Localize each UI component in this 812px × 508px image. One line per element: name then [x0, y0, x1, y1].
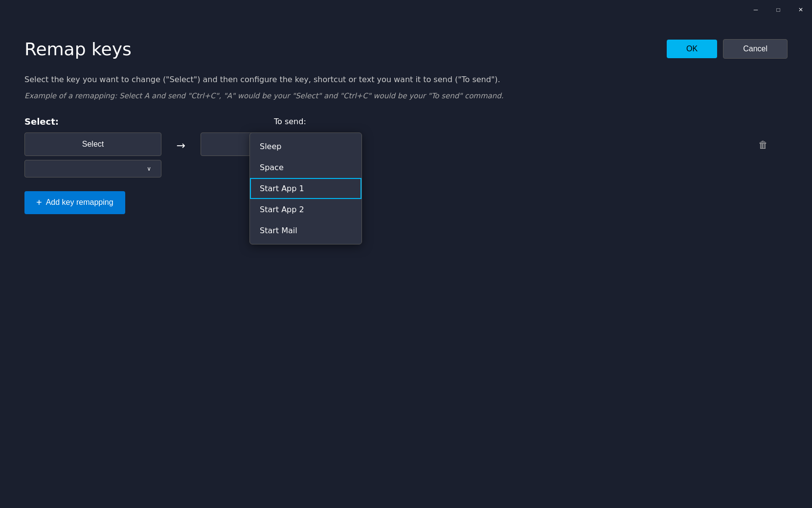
dropdown-menu: Sleep Space Start App 1 Start App 2 Star… [249, 133, 362, 244]
header-buttons: OK Cancel [667, 39, 788, 59]
maximize-button[interactable]: □ [767, 0, 789, 20]
dropdown-item-sleep[interactable]: Sleep [250, 136, 361, 157]
main-content: Remap keys OK Cancel Select the key you … [0, 20, 812, 508]
chevron-down-icon: ∨ [147, 165, 151, 172]
ok-button[interactable]: OK [667, 40, 717, 58]
dropdown-item-label: Sleep [260, 142, 281, 151]
select-key-button[interactable]: Select [24, 133, 161, 156]
select-group: Select ∨ [24, 133, 161, 177]
close-icon: ✕ [798, 6, 803, 13]
column-headers: Select: To send: [24, 116, 788, 127]
close-button[interactable]: ✕ [789, 0, 812, 20]
dropdown-item-label: Start Mail [260, 226, 297, 235]
add-key-remapping-button[interactable]: + Add key remapping [24, 191, 125, 214]
delete-remap-button[interactable]: 🗑 [758, 139, 768, 151]
cancel-button[interactable]: Cancel [723, 39, 788, 59]
minimize-icon: ─ [754, 6, 758, 13]
select-sub-dropdown[interactable]: ∨ [24, 160, 161, 177]
dropdown-item-start-app-2[interactable]: Start App 2 [250, 199, 361, 220]
description-text: Select the key you want to change ("Sele… [24, 74, 788, 86]
minimize-button[interactable]: ─ [744, 0, 767, 20]
add-remap-label: Add key remapping [46, 198, 113, 207]
titlebar: ─ □ ✕ [744, 0, 812, 20]
select-column-header: Select: [24, 116, 235, 127]
maximize-icon: □ [776, 6, 780, 13]
dropdown-item-label: Start App 2 [260, 205, 304, 214]
dropdown-item-start-mail[interactable]: Start Mail [250, 220, 361, 241]
dropdown-item-label: Space [260, 163, 284, 172]
dropdown-item-label: Start App 1 [260, 184, 304, 193]
plus-icon: + [36, 197, 42, 208]
page-title: Remap keys [24, 39, 132, 59]
delete-icon: 🗑 [758, 139, 768, 150]
example-text: Example of a remapping: Select A and sen… [24, 90, 788, 102]
dropdown-item-space[interactable]: Space [250, 157, 361, 178]
to-send-column-header: To send: [274, 117, 306, 126]
arrow-icon: → [161, 133, 201, 152]
dropdown-item-start-app-1[interactable]: Start App 1 [250, 178, 361, 199]
header-row: Remap keys OK Cancel [24, 39, 788, 59]
